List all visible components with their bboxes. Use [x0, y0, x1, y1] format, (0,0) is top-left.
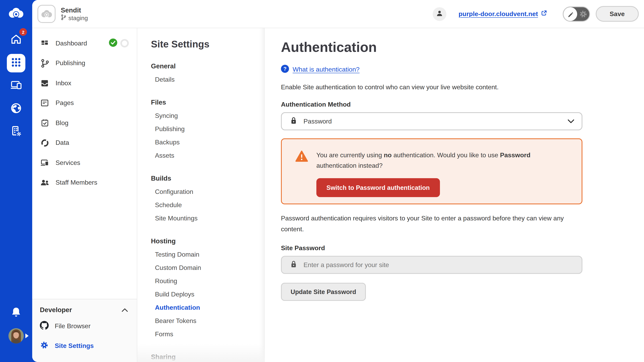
- authentication-method-select[interactable]: Password: [281, 112, 582, 130]
- people-icon: [40, 179, 50, 187]
- git-branch-icon: [40, 59, 50, 68]
- sidebar-item-pages[interactable]: Pages: [32, 93, 137, 113]
- site-logo-icon: [38, 5, 56, 23]
- sidebar-item-blog[interactable]: Blog: [32, 113, 137, 133]
- settings-item-custom-domain[interactable]: Custom Domain: [151, 261, 265, 274]
- app-surface: Sendit staging purple-door.cl: [32, 0, 644, 362]
- cloudcannon-logo-icon: [7, 6, 25, 20]
- developer-section-toggle[interactable]: Developer: [32, 299, 137, 314]
- settings-item-assets[interactable]: Assets: [151, 149, 265, 162]
- settings-item-publishing[interactable]: Publishing: [151, 122, 265, 136]
- bell-icon: [11, 312, 21, 319]
- home-icon: [10, 33, 22, 46]
- site-password-input[interactable]: [304, 261, 574, 269]
- sidebar-item-staff-members[interactable]: Staff Members: [32, 173, 137, 193]
- password-info-text: Password authentication requires visitor…: [281, 213, 573, 235]
- sidebar-item-site-settings[interactable]: Site Settings: [32, 336, 137, 356]
- settings-nav-title: Site Settings: [151, 39, 265, 50]
- person-icon: [436, 9, 444, 19]
- settings-section-builds: Builds Configuration Schedule Site Mount…: [151, 172, 265, 225]
- developer-section: Developer File Browser: [32, 299, 137, 362]
- settings-item-routing[interactable]: Routing: [151, 274, 265, 288]
- settings-item-configuration[interactable]: Configuration: [151, 185, 265, 198]
- globe-nav-button[interactable]: [7, 100, 25, 118]
- settings-item-authentication[interactable]: Authentication: [151, 301, 265, 314]
- warning-triangle-icon: [295, 150, 308, 171]
- sidebar-item-publishing[interactable]: Publishing: [32, 53, 137, 73]
- devices-nav-button[interactable]: [7, 77, 25, 95]
- data-sync-icon: [40, 139, 50, 147]
- warning-text: You are currently using no authenticatio…: [316, 150, 570, 171]
- sidebar-item-dashboard[interactable]: Dashboard: [32, 33, 137, 53]
- sidebar-item-file-browser[interactable]: File Browser: [32, 316, 137, 336]
- icon-rail: 2: [0, 0, 32, 362]
- sidebar-item-inbox[interactable]: Inbox: [32, 73, 137, 93]
- sidebar-item-services[interactable]: Services: [32, 153, 137, 173]
- lock-icon: [290, 260, 298, 270]
- site-password-label: Site Password: [281, 245, 644, 252]
- apps-grid-nav-button-active[interactable]: [7, 54, 25, 72]
- site-name: Sendit: [61, 6, 88, 14]
- organization-nav-button[interactable]: [7, 123, 25, 141]
- settings-item-bearer-tokens[interactable]: Bearer Tokens: [151, 314, 265, 328]
- branch-name: staging: [68, 15, 88, 21]
- main-panel: Authentication ? What is authentication?…: [265, 28, 644, 362]
- settings-item-details[interactable]: Details: [151, 73, 265, 86]
- preview-url-link[interactable]: purple-door.cloudvent.net: [459, 10, 548, 18]
- avatar-flyout-arrow-icon: [25, 334, 28, 338]
- settings-item-backups[interactable]: Backups: [151, 136, 265, 149]
- gear-icon: [40, 341, 49, 351]
- inbox-icon: [40, 79, 50, 87]
- selected-method: Password: [304, 118, 332, 125]
- sidebar-item-data[interactable]: Data: [32, 133, 137, 153]
- settings-mode-gear-icon: [577, 9, 589, 18]
- calendar-check-icon: [40, 119, 50, 127]
- settings-section-sharing: Sharing: [151, 350, 265, 362]
- github-icon: [40, 321, 49, 331]
- settings-section-files: Files Syncing Publishing Backups Assets: [151, 96, 265, 162]
- chevron-up-icon: [122, 306, 128, 314]
- settings-section-general: General Details: [151, 59, 265, 86]
- settings-item-build-deploys[interactable]: Build Deploys: [151, 288, 265, 301]
- top-bar: Sendit staging purple-door.cl: [32, 0, 644, 28]
- account-button[interactable]: [433, 7, 446, 21]
- app-window: 2: [0, 0, 644, 362]
- site-sidebar: Dashboard Publishing: [32, 28, 137, 362]
- external-link-icon: [540, 10, 547, 18]
- page-title: Authentication: [281, 39, 644, 55]
- what-is-authentication-link[interactable]: ? What is authentication?: [281, 65, 360, 74]
- grid-dots-icon: [11, 57, 21, 69]
- settings-item-syncing[interactable]: Syncing: [151, 109, 265, 122]
- save-button[interactable]: Save: [596, 6, 639, 22]
- edit-mode-toggle[interactable]: [562, 6, 590, 21]
- intro-text: Enable Site authentication to control wh…: [281, 84, 644, 91]
- settings-nav: Site Settings General Details Files Sync…: [137, 28, 265, 362]
- notification-badge: 2: [19, 28, 27, 36]
- authentication-method-label: Authentication Method: [281, 101, 644, 108]
- dashboard-icon: [40, 39, 50, 48]
- home-nav-button[interactable]: 2: [7, 30, 25, 49]
- auth-warning-callout: You are currently using no authenticatio…: [281, 138, 582, 204]
- settings-section-hosting: Hosting Testing Domain Custom Domain Rou…: [151, 235, 265, 341]
- notifications-bell-button[interactable]: [11, 307, 21, 319]
- settings-item-schedule[interactable]: Schedule: [151, 198, 265, 212]
- update-site-password-button[interactable]: Update Site Password: [281, 283, 366, 301]
- git-branch-icon: [61, 14, 66, 22]
- page-icon: [40, 99, 50, 107]
- settings-item-testing-domain[interactable]: Testing Domain: [151, 248, 265, 261]
- switch-to-password-button[interactable]: Switch to Password authentication: [316, 178, 440, 197]
- settings-item-site-mountings[interactable]: Site Mountings: [151, 212, 265, 225]
- settings-item-forms[interactable]: Forms: [151, 328, 265, 341]
- lock-icon: [290, 116, 298, 126]
- pencil-icon: [563, 7, 577, 21]
- help-question-icon: ?: [281, 65, 289, 74]
- building-gear-icon: [10, 125, 22, 139]
- chevron-down-icon: [568, 118, 574, 125]
- site-chip[interactable]: Sendit staging: [38, 5, 88, 23]
- build-pending-ring-icon: [120, 39, 129, 48]
- devices-icon: [10, 80, 22, 92]
- site-password-field: [281, 256, 582, 274]
- user-avatar[interactable]: [8, 328, 24, 344]
- build-success-check-icon: [109, 38, 118, 49]
- svg-text:?: ?: [283, 66, 286, 72]
